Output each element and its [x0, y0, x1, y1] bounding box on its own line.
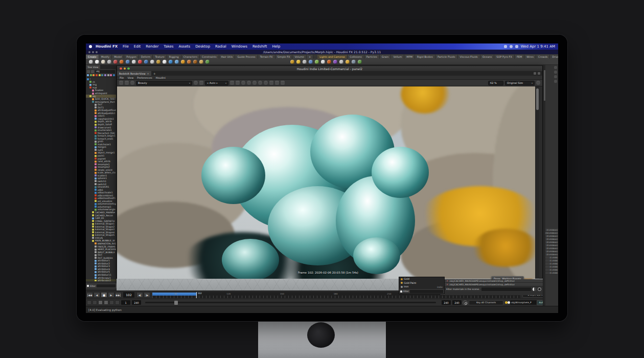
tree-filter-type-icon[interactable] — [113, 74, 115, 77]
tree-node-attribcopy2[interactable]: attribcopy2 — [86, 279, 116, 281]
autokey-toggle-icon[interactable] — [98, 300, 103, 305]
shelf-tab-polygon[interactable]: Polygon — [124, 55, 139, 59]
filter-checkbox[interactable] — [400, 290, 402, 293]
control-center-icon[interactable] — [515, 45, 518, 48]
shelf-tool-icon[interactable] — [296, 60, 301, 64]
zoom-level-field[interactable]: 62 % — [488, 81, 503, 85]
shelf-tool-icon[interactable] — [156, 60, 160, 64]
shelf-tab-characters[interactable]: Characters — [181, 55, 200, 59]
ring-icon[interactable] — [538, 287, 541, 291]
shelf-tool-icon[interactable] — [303, 60, 307, 64]
shelf-tab-oceans[interactable]: Oceans — [480, 55, 495, 59]
snapshot-icon[interactable] — [269, 81, 273, 85]
close-icon[interactable]: ✕ — [446, 279, 448, 282]
step-toggle-icon[interactable] — [115, 300, 120, 305]
material-item-gold-paint[interactable]: Gold Paint — [399, 281, 444, 285]
crop-region-icon[interactable] — [258, 81, 262, 85]
gear-icon[interactable] — [536, 81, 540, 85]
shelf-tab-guide-process[interactable]: Guide Process — [235, 55, 258, 59]
minimize-icon[interactable] — [124, 68, 126, 70]
shelf-tab-simple-fx[interactable]: Simple FX — [275, 55, 293, 59]
tree-filter-type-icon[interactable] — [93, 74, 95, 77]
shelf-tab-particles[interactable]: Particles — [364, 55, 380, 59]
close-icon[interactable]: ✕ — [446, 283, 448, 286]
current-frame-field[interactable]: 102 — [123, 292, 134, 298]
shelf-tab-volume[interactable]: Volume — [292, 55, 307, 59]
range-slider-handle[interactable] — [174, 301, 178, 305]
shelf-tab-wires[interactable]: Wires — [524, 55, 536, 59]
tab-tree-view[interactable]: Tree View — [86, 65, 100, 69]
tab-close-icon[interactable]: ✕ — [147, 72, 149, 75]
shelf-tool-icon[interactable] — [315, 60, 319, 64]
render-menu-view[interactable]: View — [127, 76, 133, 79]
sim-toggle-icon[interactable] — [104, 300, 108, 305]
shelf-tab-hair-utils[interactable]: Hair Utils — [219, 55, 236, 59]
expand-icon[interactable] — [264, 81, 268, 85]
audio-toggle-icon[interactable] — [93, 300, 97, 305]
render-image[interactable]: Frame 102: 2026-02-06 20:03:58 (1m 54s) — [117, 86, 539, 279]
filter-input[interactable] — [410, 290, 443, 293]
shelf-tool-icon[interactable] — [138, 60, 142, 64]
shelf-tool-icon[interactable] — [101, 60, 105, 64]
shelf-tab-modify[interactable]: Modify — [99, 55, 112, 59]
copy-icon[interactable] — [281, 81, 285, 85]
menu-desktop[interactable]: Desktop — [193, 44, 213, 49]
wifi-icon[interactable] — [504, 45, 507, 48]
render-restart-icon[interactable] — [130, 81, 134, 85]
menu-redshift[interactable]: Redshift — [250, 44, 269, 49]
grid-icon[interactable] — [236, 81, 240, 85]
shelf-tab-model[interactable]: Model — [112, 55, 124, 59]
aov-dropdown[interactable]: Beauty▾ — [136, 81, 192, 85]
menu-file[interactable]: File — [120, 44, 131, 49]
window-traffic-lights[interactable] — [88, 51, 98, 53]
forward-icon[interactable] — [91, 70, 94, 73]
pane-controls[interactable] — [534, 72, 542, 75]
range-start-field[interactable]: 1 — [121, 300, 130, 305]
shelf-tool-icon[interactable] — [126, 60, 130, 64]
menu-radial[interactable]: Radial — [213, 44, 229, 49]
shelf-tab-lights-and-cameras[interactable]: Lights and Cameras — [317, 55, 348, 59]
shelf-tab-grain[interactable]: Grain — [380, 55, 392, 59]
search-icon[interactable] — [510, 45, 513, 48]
shop-definition-row[interactable]: ✕/obj/CACHED_MAINSHAPE/vexquickshade2/sh… — [445, 283, 543, 286]
lock-icon[interactable] — [230, 81, 234, 85]
current-node-path-field[interactable]: obj/Atmosphere_P — [510, 300, 537, 305]
jump-start-button[interactable]: |◀◀ — [86, 292, 93, 298]
shelf-tool-icon[interactable] — [132, 60, 136, 64]
key-all-channels-button[interactable]: Key All Channels — [469, 300, 503, 305]
shelf-tool-icon[interactable] — [169, 60, 173, 64]
shelf-tab-sop-pyro-fx[interactable]: SOP Pyro FX — [494, 55, 515, 59]
play-backward-button[interactable]: ◀ — [94, 292, 100, 298]
shelf-tab-particle-fluids[interactable]: Particle Fluids — [435, 55, 458, 59]
shelf-tool-icon[interactable] — [290, 60, 294, 64]
next-frame-button[interactable]: |▶ — [144, 292, 150, 298]
tree-filter-type-icon[interactable] — [110, 74, 112, 77]
tree-filter-type-icon[interactable] — [87, 74, 89, 77]
filter-checkbox[interactable] — [87, 285, 89, 287]
tab-redshift-renderview[interactable]: Redshift RenderView✕ — [117, 71, 151, 76]
shelf-tab-rigging[interactable]: Rigging — [167, 55, 181, 59]
shelf-tab-rigid-bodies[interactable]: Rigid Bodies — [415, 55, 435, 59]
tree-filter-type-icon[interactable] — [96, 74, 98, 77]
shelf-tool-icon[interactable] — [95, 60, 99, 64]
realtime-toggle-icon[interactable] — [87, 300, 91, 305]
stop-button[interactable]: ■ — [101, 292, 107, 298]
shelf-tool-icon[interactable] — [358, 60, 362, 64]
tree-filter-type-icon[interactable] — [90, 74, 92, 77]
menu-edit[interactable]: Edit — [131, 44, 144, 49]
shelf-tab-collisions[interactable]: Collisions — [348, 55, 364, 59]
shelf-tool-icon[interactable] — [352, 60, 356, 64]
loop-toggle-icon[interactable] — [109, 300, 114, 305]
shelf-tab-fem[interactable]: FEM — [515, 55, 524, 59]
half-sphere-icon[interactable] — [533, 287, 536, 291]
menu-help[interactable]: Help — [269, 44, 283, 49]
render-window-traffic-lights[interactable] — [120, 68, 130, 70]
shelf-tab--[interactable]: + — [307, 55, 313, 59]
menubar-clock[interactable]: Wed Apr 1 9:41 AM — [521, 44, 555, 49]
shelf-tool-icon[interactable] — [163, 60, 167, 64]
menu-houdini-fx[interactable]: Houdini FX — [93, 44, 120, 49]
resolution-dropdown[interactable]: « Auto »▾ — [205, 81, 228, 85]
color-profile-icon[interactable] — [194, 81, 198, 85]
shelf-tool-icon[interactable] — [346, 60, 350, 64]
menu-assets[interactable]: Assets — [176, 44, 193, 49]
